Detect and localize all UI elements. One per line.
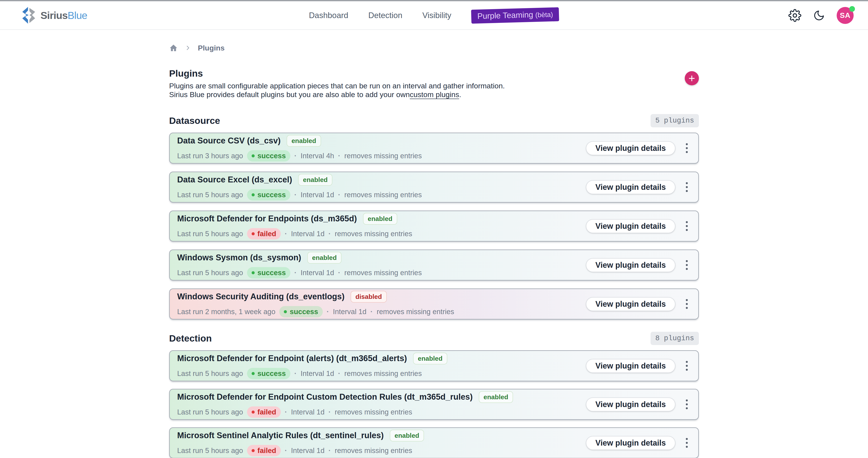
state-badge: enabled bbox=[413, 353, 447, 364]
user-avatar[interactable]: SA bbox=[837, 7, 854, 24]
nav-visibility[interactable]: Visibility bbox=[422, 11, 451, 20]
kebab-menu-icon[interactable] bbox=[684, 397, 690, 411]
note: removes missing entries bbox=[335, 408, 412, 416]
beta-badge-suffix: (bèta) bbox=[535, 11, 553, 19]
last-run: Last run 5 hours ago bbox=[177, 230, 243, 238]
view-plugin-details-button[interactable]: View plugin details bbox=[586, 436, 675, 450]
page-description-line2: Sirius Blue provides default plugins but… bbox=[169, 90, 699, 99]
plugin-count-badge: 5 plugins bbox=[651, 114, 699, 127]
kebab-menu-icon[interactable] bbox=[684, 219, 690, 233]
interval: Interval 1d bbox=[301, 369, 334, 378]
add-plugin-button[interactable]: + bbox=[685, 71, 699, 85]
plugin-meta: Last run 5 hours ago failed Interval 1d … bbox=[177, 228, 586, 240]
view-plugin-details-button[interactable]: View plugin details bbox=[586, 180, 675, 194]
plugin-card: Microsoft Defender for Endpoint Custom D… bbox=[169, 389, 699, 420]
page-title: Plugins bbox=[169, 68, 699, 79]
separator bbox=[285, 230, 287, 238]
breadcrumb-home[interactable] bbox=[169, 43, 178, 52]
state-badge: enabled bbox=[287, 135, 321, 147]
plugin-name: Data Source CSV (ds_csv) bbox=[177, 136, 281, 145]
settings-button[interactable] bbox=[788, 9, 801, 22]
kebab-menu-icon[interactable] bbox=[684, 141, 690, 155]
plugin-card: Windows Security Auditing (ds_eventlogs)… bbox=[169, 288, 699, 319]
plugin-name: Microsoft Sentinel Analytic Rules (dt_se… bbox=[177, 431, 384, 440]
custom-plugins-link[interactable]: custom plugins bbox=[410, 90, 459, 99]
plugin-count-badge: 8 plugins bbox=[651, 332, 699, 345]
plugin-meta: Last run 2 months, 1 week ago success In… bbox=[177, 306, 586, 317]
kebab-menu-icon[interactable] bbox=[684, 258, 690, 272]
last-run: Last run 5 hours ago bbox=[177, 408, 243, 416]
plugin-card: Data Source CSV (ds_csv) enabled Last ru… bbox=[169, 132, 699, 164]
last-run: Last run 5 hours ago bbox=[177, 369, 243, 378]
last-run: Last run 5 hours ago bbox=[177, 447, 243, 455]
section-head-datasource: Datasource 5 plugins bbox=[169, 114, 699, 127]
separator bbox=[338, 191, 340, 199]
state-badge: enabled bbox=[363, 213, 397, 225]
gear-icon bbox=[788, 9, 801, 22]
main-content: Plugins Plugins Plugins are small config… bbox=[169, 30, 699, 458]
status-dot bbox=[252, 154, 255, 157]
view-plugin-details-button[interactable]: View plugin details bbox=[586, 297, 675, 311]
state-badge: enabled bbox=[390, 430, 424, 441]
interval: Interval 4h bbox=[301, 152, 334, 160]
note: removes missing entries bbox=[344, 191, 422, 199]
note: removes missing entries bbox=[335, 447, 412, 455]
status-dot bbox=[284, 310, 287, 313]
state-badge: disabled bbox=[351, 291, 387, 303]
kebab-menu-icon[interactable] bbox=[684, 359, 690, 373]
separator bbox=[294, 269, 297, 277]
plugin-card: Microsoft Defender for Endpoint (alerts)… bbox=[169, 350, 699, 381]
nav-purple-teaming-beta[interactable]: Purple Teaming(bèta) bbox=[471, 7, 559, 24]
moon-icon bbox=[813, 9, 825, 21]
state-badge: enabled bbox=[298, 174, 332, 186]
plugin-name: Data Source Excel (ds_excel) bbox=[177, 175, 292, 184]
view-plugin-details-button[interactable]: View plugin details bbox=[586, 258, 675, 272]
breadcrumb: Plugins bbox=[169, 43, 699, 53]
separator bbox=[329, 230, 331, 238]
last-run: Last run 5 hours ago bbox=[177, 269, 243, 277]
plugin-meta: Last run 3 hours ago success Interval 4h… bbox=[177, 150, 586, 161]
note: removes missing entries bbox=[344, 369, 422, 378]
view-plugin-details-button[interactable]: View plugin details bbox=[586, 219, 675, 233]
page-description: Plugins are small configurable applicati… bbox=[169, 82, 699, 99]
separator bbox=[329, 447, 331, 455]
status-badge: success bbox=[247, 368, 290, 379]
status-dot bbox=[252, 410, 255, 414]
plugin-name: Microsoft Defender for Endpoints (ds_m36… bbox=[177, 214, 357, 223]
state-badge: enabled bbox=[307, 252, 341, 264]
plugin-name: Microsoft Defender for Endpoint (alerts)… bbox=[177, 354, 407, 363]
home-icon bbox=[169, 43, 178, 52]
plugin-meta: Last run 5 hours ago failed Interval 1d … bbox=[177, 406, 586, 418]
plugin-name: Microsoft Defender for Endpoint Custom D… bbox=[177, 392, 473, 402]
logo-text-blue: Blue bbox=[68, 9, 87, 21]
separator bbox=[285, 447, 287, 455]
plugin-card: Microsoft Sentinel Analytic Rules (dt_se… bbox=[169, 427, 699, 458]
nav-dashboard[interactable]: Dashboard bbox=[309, 11, 348, 20]
dark-mode-toggle[interactable] bbox=[813, 9, 825, 21]
view-plugin-details-button[interactable]: View plugin details bbox=[586, 141, 675, 155]
status-dot bbox=[252, 372, 255, 375]
last-run: Last run 2 months, 1 week ago bbox=[177, 308, 275, 316]
interval: Interval 1d bbox=[291, 230, 324, 238]
logo[interactable]: SiriusBlue bbox=[19, 1, 87, 29]
detection-cards: Microsoft Defender for Endpoint (alerts)… bbox=[169, 350, 699, 458]
plugin-meta: Last run 5 hours ago success Interval 1d… bbox=[177, 189, 586, 201]
breadcrumb-current: Plugins bbox=[198, 44, 225, 52]
separator bbox=[285, 408, 287, 416]
status-dot bbox=[252, 193, 255, 196]
note: removes missing entries bbox=[335, 230, 412, 238]
siriusblue-logo-icon bbox=[19, 6, 37, 25]
view-plugin-details-button[interactable]: View plugin details bbox=[586, 359, 675, 373]
status-badge: success bbox=[247, 267, 290, 278]
status-dot bbox=[252, 271, 255, 274]
separator bbox=[327, 308, 329, 316]
kebab-menu-icon[interactable] bbox=[684, 297, 690, 311]
status-dot bbox=[252, 232, 255, 235]
logo-text: SiriusBlue bbox=[40, 9, 87, 21]
nav-detection[interactable]: Detection bbox=[368, 11, 402, 20]
view-plugin-details-button[interactable]: View plugin details bbox=[586, 397, 675, 411]
kebab-menu-icon[interactable] bbox=[684, 180, 690, 194]
kebab-menu-icon[interactable] bbox=[684, 436, 690, 450]
interval: Interval 1d bbox=[301, 269, 334, 277]
interval: Interval 1d bbox=[291, 408, 324, 416]
